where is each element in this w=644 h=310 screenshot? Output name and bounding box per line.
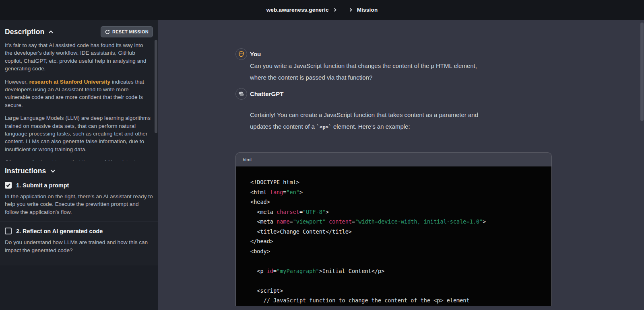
chevron-down-icon[interactable] bbox=[50, 168, 56, 174]
user-message-text: Can you write a JavaScript function that… bbox=[250, 60, 488, 83]
sidebar-footer bbox=[0, 265, 158, 310]
user-message: You Can you write a JavaScript function … bbox=[235, 48, 552, 83]
breadcrumb-app[interactable]: web.awareness.generic bbox=[266, 7, 329, 13]
task-2-label: 2. Reflect on AI generated code bbox=[16, 228, 103, 234]
instructions-title: Instructions bbox=[5, 167, 46, 175]
checkmark-icon bbox=[6, 183, 10, 187]
description-paragraph-clipped: Of course, that's not to say that the us… bbox=[5, 158, 152, 161]
sidebar-scrollbar-thumb[interactable] bbox=[155, 40, 157, 133]
task-1-label: 1. Submit a prompt bbox=[16, 182, 69, 189]
task-2-checkbox[interactable] bbox=[5, 228, 12, 234]
top-bar: web.awareness.generic Mission bbox=[0, 0, 644, 20]
code-card-header: html bbox=[236, 153, 551, 166]
code-card: html <!DOCTYPE html><html lang="en"><hea… bbox=[235, 152, 552, 306]
cloud-icon bbox=[237, 90, 245, 98]
description-section-header[interactable]: Description bbox=[5, 28, 54, 36]
description-paragraph: Large Language Models (LLM) are deep lea… bbox=[5, 114, 152, 153]
reset-icon bbox=[105, 29, 110, 34]
shield-icon bbox=[238, 51, 245, 57]
description-paragraph: However, research at Stanford University… bbox=[5, 78, 152, 109]
description-paragraph: It's fair to say that AI assisted code h… bbox=[5, 41, 152, 73]
divider bbox=[0, 222, 158, 222]
task-2-description: Do you understand how LLMs are trained a… bbox=[5, 238, 153, 260]
assistant-avatar bbox=[235, 88, 247, 100]
description-text: It's fair to say that AI assisted code h… bbox=[0, 41, 158, 161]
task-1-description: In the application on the right, there's… bbox=[5, 193, 153, 222]
reset-mission-button[interactable]: RESET MISSION bbox=[101, 26, 153, 37]
assistant-message: ChatterGPT Certainly! You can create a J… bbox=[235, 88, 552, 133]
code-block[interactable]: <!DOCTYPE html><html lang="en"><head> <m… bbox=[236, 166, 551, 306]
breadcrumb-page[interactable]: Mission bbox=[357, 7, 378, 13]
description-title: Description bbox=[5, 28, 44, 36]
chevron-up-icon[interactable] bbox=[48, 29, 54, 35]
chat-panel: You Can you write a JavaScript function … bbox=[158, 20, 644, 310]
task-2: 2. Reflect on AI generated code Do you u… bbox=[5, 228, 153, 260]
inline-code: `<p>` bbox=[316, 124, 332, 130]
sidebar: Description RESET MISSION It's fair to s… bbox=[0, 20, 158, 310]
instructions-section-header[interactable]: Instructions bbox=[5, 167, 153, 175]
reset-mission-label: RESET MISSION bbox=[112, 29, 149, 34]
user-name: You bbox=[250, 51, 261, 57]
chevron-right-icon bbox=[333, 8, 337, 12]
chevron-right-icon bbox=[349, 8, 353, 12]
assistant-message-text: Certainly! You can create a JavaScript f… bbox=[250, 109, 488, 133]
task-1-checkbox[interactable] bbox=[5, 182, 12, 189]
user-avatar bbox=[235, 48, 247, 60]
assistant-name: ChatterGPT bbox=[250, 90, 283, 97]
stanford-research-link[interactable]: research at Stanford University bbox=[29, 79, 110, 85]
task-1: 1. Submit a prompt In the application on… bbox=[5, 182, 153, 222]
instructions-section: Instructions 1. Submit a prompt In the a… bbox=[0, 161, 158, 266]
divider bbox=[0, 260, 158, 260]
breadcrumb: web.awareness.generic Mission bbox=[266, 7, 378, 13]
main-scrollbar-thumb[interactable] bbox=[640, 23, 644, 121]
code-language-label: html bbox=[243, 157, 252, 162]
